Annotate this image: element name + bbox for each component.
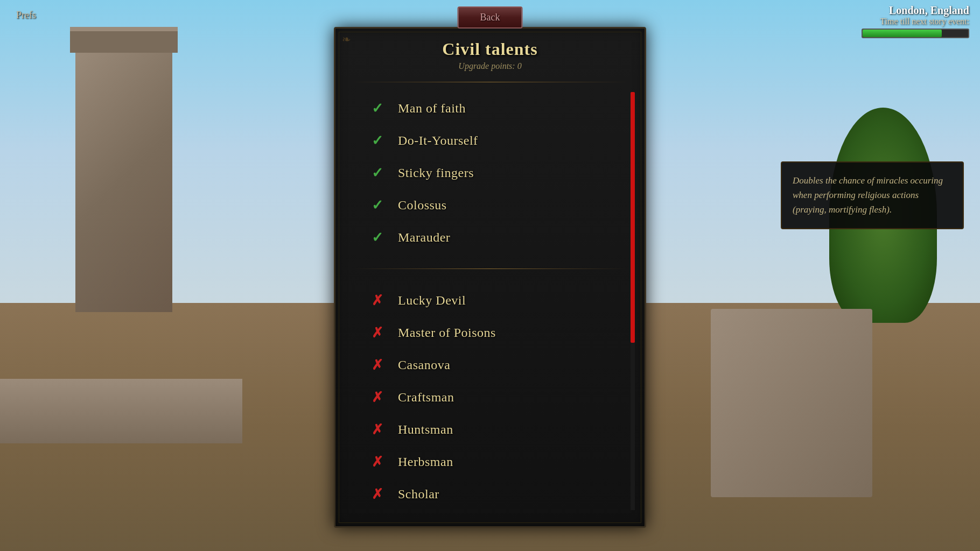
talent-list: ✓ Man of faith ✓ Do-It-Yourself ✓ Sticky… <box>335 87 645 515</box>
talent-item-man-of-faith[interactable]: ✓ Man of faith <box>335 92 645 124</box>
story-event-label: Time till next story event: <box>862 17 969 26</box>
talent-item-casanova[interactable]: ✗ Casanova <box>335 349 645 381</box>
talent-name-man-of-faith: Man of faith <box>398 101 466 116</box>
section-gap-2 <box>335 273 645 284</box>
prefs-button[interactable]: Prefs <box>16 10 36 21</box>
civil-talents-panel: Civil talents Upgrade points: 0 ✓ Man of… <box>334 27 646 528</box>
talent-item-marauder[interactable]: ✓ Marauder <box>335 221 645 253</box>
talent-name-scholar: Scholar <box>398 487 439 501</box>
talent-name-herbsman: Herbsman <box>398 455 453 469</box>
talent-item-lucky-devil[interactable]: ✗ Lucky Devil <box>335 284 645 316</box>
talent-name-do-it-yourself: Do-It-Yourself <box>398 133 478 148</box>
check-icon-man-of-faith: ✓ <box>368 98 387 118</box>
check-icon-colossus: ✓ <box>368 195 387 215</box>
story-progress-fill <box>863 30 942 37</box>
talent-item-colossus[interactable]: ✓ Colossus <box>335 189 645 221</box>
cross-icon-herbsman: ✗ <box>368 452 387 471</box>
talent-name-lucky-devil: Lucky Devil <box>398 293 466 308</box>
talent-item-huntsman[interactable]: ✗ Huntsman <box>335 413 645 446</box>
talent-name-colossus: Colossus <box>398 198 447 213</box>
cross-icon-craftsman: ✗ <box>368 387 387 407</box>
building <box>711 309 872 497</box>
cross-icon-casanova: ✗ <box>368 355 387 375</box>
castle-wall <box>0 379 242 443</box>
talent-item-do-it-yourself[interactable]: ✓ Do-It-Yourself <box>335 124 645 157</box>
talent-item-herbsman[interactable]: ✗ Herbsman <box>335 446 645 478</box>
cross-icon-scholar: ✗ <box>368 484 387 504</box>
scrollbar-thumb[interactable] <box>631 92 635 343</box>
cross-icon-huntsman: ✗ <box>368 420 387 439</box>
divider-top <box>352 82 628 82</box>
cross-icon-master-of-poisons: ✗ <box>368 323 387 342</box>
panel-title: Civil talents <box>335 39 645 59</box>
talent-name-craftsman: Craftsman <box>398 390 454 405</box>
check-icon-marauder: ✓ <box>368 228 387 247</box>
talent-item-master-of-poisons[interactable]: ✗ Master of Poisons <box>335 316 645 349</box>
talent-item-sticky-fingers[interactable]: ✓ Sticky fingers <box>335 157 645 189</box>
panel-subtitle: Upgrade points: 0 <box>335 61 645 71</box>
castle-tower <box>75 43 172 312</box>
story-progress-bar <box>862 29 969 38</box>
talent-name-huntsman: Huntsman <box>398 422 453 437</box>
back-button[interactable]: Back <box>458 6 523 29</box>
talent-name-casanova: Casanova <box>398 358 450 372</box>
cross-icon-lucky-devil: ✗ <box>368 291 387 310</box>
check-icon-do-it-yourself: ✓ <box>368 131 387 150</box>
section-gap <box>335 253 645 264</box>
talent-name-sticky-fingers: Sticky fingers <box>398 166 474 180</box>
tooltip-text: Doubles the chance of miracles occuring … <box>793 173 952 217</box>
talent-item-craftsman[interactable]: ✗ Craftsman <box>335 381 645 413</box>
talent-name-master-of-poisons: Master of Poisons <box>398 326 496 340</box>
tooltip-panel: Doubles the chance of miracles occuring … <box>781 161 964 229</box>
location-name: London, England <box>862 4 969 17</box>
divider-mid <box>352 269 628 269</box>
location-info: London, England Time till next story eve… <box>862 4 969 38</box>
check-icon-sticky-fingers: ✓ <box>368 163 387 182</box>
scrollbar-track[interactable] <box>631 92 635 510</box>
talent-item-scholar[interactable]: ✗ Scholar <box>335 478 645 510</box>
talent-name-marauder: Marauder <box>398 230 450 245</box>
